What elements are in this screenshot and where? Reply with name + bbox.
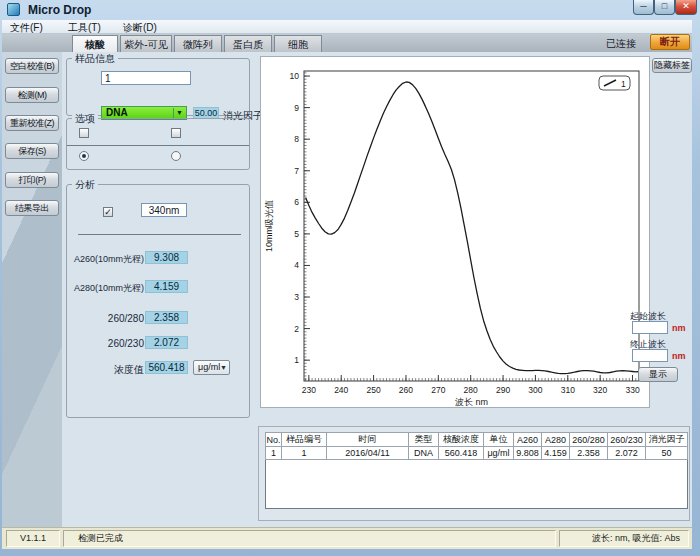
end-wavelength-input[interactable] [632,349,668,362]
results-table: No.样品编号时间类型核酸浓度单位A260A280260/280260/230消… [265,432,688,509]
svg-text:8: 8 [294,134,299,144]
disconnect-button[interactable]: 断开 [650,34,690,50]
close-icon[interactable]: ✕ [675,0,697,15]
show-button[interactable]: 显示 [638,367,678,382]
table-cell: μg/ml [484,447,514,460]
option-radio-1[interactable] [79,151,89,161]
svg-text:290: 290 [496,385,510,395]
table-cell: 560.418 [439,447,484,460]
svg-text:230: 230 [302,385,316,395]
window-title: Micro Drop [28,3,91,17]
a260-label: A260(10mm光程) [71,253,144,266]
table-empty-row [266,460,688,509]
svg-text:320: 320 [593,385,607,395]
table-cell: 1 [266,447,282,460]
chart-legend[interactable]: 1 [599,76,630,90]
table-cell: 2.072 [608,447,646,460]
chevron-down-icon: ▼ [173,108,185,118]
svg-text:330: 330 [625,385,639,395]
tab-uv-vis[interactable]: 紫外-可见 [120,35,172,52]
svg-text:3: 3 [294,292,299,302]
svg-text:280: 280 [464,385,478,395]
sample-id-input[interactable] [101,71,191,85]
svg-text:1: 1 [294,355,299,365]
unit-select[interactable]: μg/ml ▼ [193,360,230,375]
table-header-cell: 类型 [409,433,439,447]
option-checkbox-1[interactable] [79,128,89,138]
table-cell: 2.358 [570,447,608,460]
analysis-group: 分析 ✓ A260(10mm光程) 9.308 A280(10mm光程) 4.1… [66,184,250,418]
table-cell: 50 [646,447,688,460]
connection-status: 已连接 [606,37,636,51]
blank-calibration-button[interactable]: 空白校准(B) [5,58,59,74]
title-bar[interactable]: Micro Drop ─ □ ✕ [0,0,700,20]
table-row[interactable]: 112016/04/11DNA560.418μg/ml9.8084.1592.3… [266,447,688,460]
a280-value: 4.159 [145,280,188,293]
options-group: 选项 [66,118,250,170]
table-cell: 2016/04/11 [327,447,409,460]
results-panel: No.样品编号时间类型核酸浓度单位A260A280260/280260/230消… [258,426,690,521]
svg-text:310: 310 [561,385,575,395]
table-header-cell: 260/230 [608,433,646,447]
chart-panel: 2302402502602702802903003103203301234567… [260,56,650,408]
svg-text:5: 5 [294,229,299,239]
maximize-icon[interactable]: □ [654,0,675,15]
table-header-cell: A280 [542,433,570,447]
save-button[interactable]: 保存(S) [5,143,59,159]
tab-nucleic-acid[interactable]: 核酸 [72,35,118,52]
svg-text:240: 240 [334,385,348,395]
app-icon [7,3,20,16]
start-wavelength-input[interactable] [632,321,668,334]
svg-text:260: 260 [399,385,413,395]
print-button[interactable]: 打印(P) [5,172,59,188]
a260-value: 9.308 [145,251,188,264]
status-bar: V1.1.1 检测已完成 波长: nm, 吸光值: Abs [2,527,692,549]
end-nm-unit: nm [672,351,686,361]
tab-cell[interactable]: 细胞 [274,35,322,52]
table-cell: DNA [409,447,439,460]
options-title: 选项 [72,112,98,126]
option-radio-2[interactable] [171,151,181,161]
status-message: 检测已完成 [63,530,556,547]
menu-file[interactable]: 文件(F) [10,21,43,35]
hide-labels-button[interactable]: 隐藏标签 [652,58,692,73]
svg-text:10mm吸光值: 10mm吸光值 [264,200,274,252]
svg-text:波长 nm: 波长 nm [455,397,488,407]
sample-info-group: 样品信息 DNA ▼ 50.00 消光因子 [66,58,250,116]
table-header-cell: 时间 [327,433,409,447]
sample-info-title: 样品信息 [72,52,118,66]
option-checkbox-2[interactable] [171,128,181,138]
unit-value: μg/ml [198,362,220,372]
svg-text:10: 10 [290,71,300,81]
menu-tools[interactable]: 工具(T) [68,21,101,35]
minimize-icon[interactable]: ─ [633,0,654,15]
concentration-label: 浓度值 [71,363,144,377]
ratio-260-230-value: 2.072 [145,336,188,349]
sidebar: 空白校准(B) 检测(M) 重新校准(Z) 保存(S) 打印(P) 结果导出 [2,52,62,527]
ratio-260-230-label: 260/230 [71,338,144,349]
svg-text:270: 270 [431,385,445,395]
recalibrate-button[interactable]: 重新校准(Z) [5,115,59,131]
tab-strip: 核酸 紫外-可见 微阵列 蛋白质 细胞 已连接 断开 [2,34,692,52]
table-header-cell: 核酸浓度 [439,433,484,447]
start-nm-unit: nm [672,323,686,333]
table-cell: 9.808 [514,447,542,460]
table-cell: 1 [282,447,327,460]
table-header-cell: 单位 [484,433,514,447]
svg-text:1: 1 [621,79,626,89]
ratio-260-280-label: 260/280 [71,313,144,324]
export-results-button[interactable]: 结果导出 [5,200,59,216]
measure-button[interactable]: 检测(M) [5,87,59,103]
table-header-cell: 260/280 [570,433,608,447]
analysis-title: 分析 [72,178,98,192]
a280-label: A280(10mm光程) [71,282,144,295]
results-table-header: No.样品编号时间类型核酸浓度单位A260A280260/280260/230消… [266,433,688,447]
menu-diagnosis[interactable]: 诊断(D) [123,21,157,35]
svg-text:7: 7 [294,166,299,176]
version-label: V1.1.1 [6,530,60,547]
tab-protein[interactable]: 蛋白质 [224,35,272,52]
svg-text:6: 6 [294,197,299,207]
tab-microarray[interactable]: 微阵列 [174,35,222,52]
wavelength-input[interactable] [141,203,187,217]
wavelength-checkbox[interactable]: ✓ [103,207,113,217]
